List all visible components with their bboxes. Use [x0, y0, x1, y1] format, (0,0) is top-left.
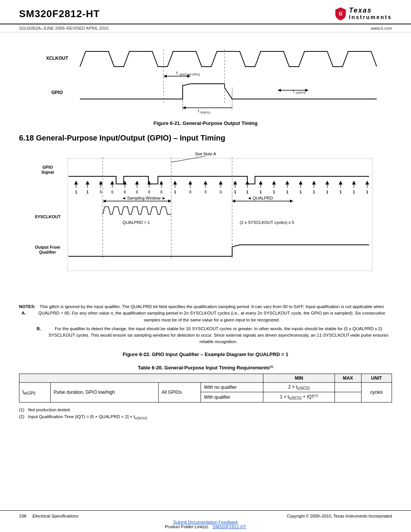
footnotes: (1) Not production tested. (2) Input Qua… — [19, 406, 392, 421]
unit-cell: cycles — [361, 382, 392, 402]
doc-id: SGUS062A–JUNE 2009–REVISED APRIL 2010 — [19, 26, 108, 30]
svg-marker-42 — [174, 181, 177, 184]
svg-marker-62 — [312, 181, 315, 184]
figure-22-caption: Figure 6-22. GPIO Input Qualifier – Exam… — [19, 351, 392, 357]
svg-text:d(XCOH-GPO): d(XCOH-GPO) — [180, 73, 200, 76]
footer-top: 108 Electrical Specifications Copyright … — [19, 514, 392, 518]
table-row-1a: tw(GPI) Pulse duration, GPIO low/high Al… — [19, 382, 392, 392]
svg-text:f(GPO): f(GPO) — [201, 111, 210, 114]
svg-marker-52 — [246, 181, 249, 184]
svg-marker-98 — [103, 200, 106, 203]
svg-text:◄ Sampling Window ►: ◄ Sampling Window ► — [122, 196, 166, 200]
product-label: Product Folder Link(s): — [165, 524, 209, 529]
page-number: 108 — [19, 514, 26, 518]
col-min: MIN — [263, 374, 335, 382]
svg-marker-50 — [234, 181, 237, 184]
svg-marker-99 — [168, 200, 171, 203]
ti-logo: ti Texas Instruments — [335, 7, 392, 21]
svg-text:1: 1 — [299, 190, 302, 194]
svg-marker-6 — [164, 75, 167, 78]
svg-text:ti: ti — [339, 10, 342, 17]
max-1 — [335, 382, 361, 392]
col-header-empty — [19, 374, 263, 382]
table-header-row: MIN MAX UNIT — [19, 374, 392, 382]
svg-text:1: 1 — [246, 190, 249, 194]
svg-text:1: 1 — [366, 190, 368, 194]
col-max: MAX — [335, 374, 361, 382]
svg-text:QUALPRD = 1: QUALPRD = 1 — [123, 220, 150, 225]
svg-text:◄      QUALPRD: ◄ QUALPRD — [247, 196, 273, 200]
note-b-text: For the qualifier to detect the change, … — [45, 326, 392, 345]
footer-links: Submit Documentation Feedback Product Fo… — [19, 520, 392, 529]
svg-text:0: 0 — [148, 190, 150, 194]
param-cell: tw(GPI) — [19, 382, 51, 402]
svg-text:Signal: Signal — [41, 170, 54, 174]
texas-label: Texas — [349, 7, 372, 14]
svg-text:r(GPO): r(GPO) — [296, 91, 306, 94]
figure-21-caption: Figure 6-21. General-Purpose Output Timi… — [19, 120, 392, 126]
svg-text:1: 1 — [86, 190, 89, 194]
svg-text:0: 0 — [136, 190, 138, 194]
page: SM320F2812-HT ti Texas Instruments SGUS0… — [0, 0, 411, 532]
svg-marker-102 — [232, 200, 235, 203]
svg-text:1: 1 — [326, 190, 328, 194]
note-a-text: This glitch is ignored by the input qual… — [32, 304, 392, 323]
svg-marker-20 — [305, 89, 308, 92]
svg-marker-40 — [160, 181, 163, 184]
svg-text:Qualifier: Qualifier — [39, 250, 56, 254]
svg-text:0: 0 — [124, 190, 126, 194]
svg-marker-11 — [183, 106, 186, 109]
ti-shield-icon: ti — [335, 7, 347, 21]
svg-text:0: 0 — [100, 190, 102, 194]
svg-marker-70 — [366, 181, 369, 184]
product-link[interactable]: SM320F2812-HT — [213, 524, 246, 529]
max-2 — [335, 392, 361, 402]
svg-text:(2 x SYSCLKOUT cycles) x 5: (2 x SYSCLKOUT cycles) x 5 — [240, 220, 294, 225]
svg-marker-58 — [286, 181, 289, 184]
figure-21-diagram: XCLKOUT GPIO t d(XCOH-GPO) — [34, 40, 377, 116]
timing-table: MIN MAX UNIT tw(GPI) Pulse duration, GPI… — [19, 374, 392, 403]
note-b-row: B. For the qualifier to detect the chang… — [19, 326, 392, 345]
svg-marker-68 — [352, 181, 355, 184]
svg-marker-44 — [189, 181, 192, 184]
svg-marker-66 — [339, 181, 342, 184]
svg-text:t: t — [176, 70, 177, 75]
svg-text:1: 1 — [313, 190, 315, 194]
svg-text:1: 1 — [286, 190, 288, 194]
svg-marker-60 — [299, 181, 302, 184]
svg-text:1: 1 — [174, 190, 176, 194]
svg-text:1: 1 — [273, 190, 275, 194]
instruments-label: Instruments — [349, 14, 392, 20]
svg-text:1: 1 — [234, 190, 236, 194]
footnote-1: (1) Not production tested. — [19, 406, 392, 413]
section-618-heading: 6.18 General-Purpose Input/Output (GPIO)… — [19, 134, 392, 142]
header: SM320F2812-HT ti Texas Instruments — [0, 0, 411, 24]
svg-text:0: 0 — [220, 190, 222, 194]
svg-marker-48 — [219, 181, 222, 184]
svg-text:SYSCLKOUT: SYSCLKOUT — [35, 214, 61, 219]
svg-text:GPIO: GPIO — [42, 165, 53, 169]
note-a-label: NOTES: A. — [19, 304, 29, 323]
table-620-caption: Table 6-20. General-Purpose Input Timing… — [19, 365, 392, 371]
svg-line-22 — [171, 156, 206, 162]
figure-22-diagram: See Note A GPIO Signal — [27, 148, 384, 296]
desc-cell: Pulse duration, GPIO low/high — [51, 382, 159, 402]
svg-rect-110 — [68, 158, 372, 271]
svg-marker-46 — [204, 181, 207, 184]
svg-text:1: 1 — [260, 190, 262, 194]
footer-left: 108 Electrical Specifications — [19, 514, 78, 518]
feedback-link[interactable]: Submit Documentation Feedback — [173, 520, 238, 524]
svg-text:1: 1 — [339, 190, 342, 194]
footer: 108 Electrical Specifications Copyright … — [0, 510, 411, 532]
note-a-row: NOTES: A. This glitch is ignored by the … — [19, 304, 392, 323]
svg-text:0: 0 — [204, 190, 207, 194]
svg-text:1: 1 — [75, 190, 77, 194]
min-2: 1 × tc(SCO) + IQT(2) — [263, 392, 335, 402]
svg-text:0: 0 — [189, 190, 191, 194]
svg-marker-36 — [135, 181, 139, 184]
svg-marker-19 — [278, 89, 281, 92]
condition-cell: All GPIOs — [158, 382, 201, 402]
ti-brand-text: Texas Instruments — [349, 7, 392, 20]
page-title: SM320F2812-HT — [19, 8, 100, 20]
footnote-2: (2) Input Qualification Time (IQT) = [5 … — [19, 413, 392, 421]
